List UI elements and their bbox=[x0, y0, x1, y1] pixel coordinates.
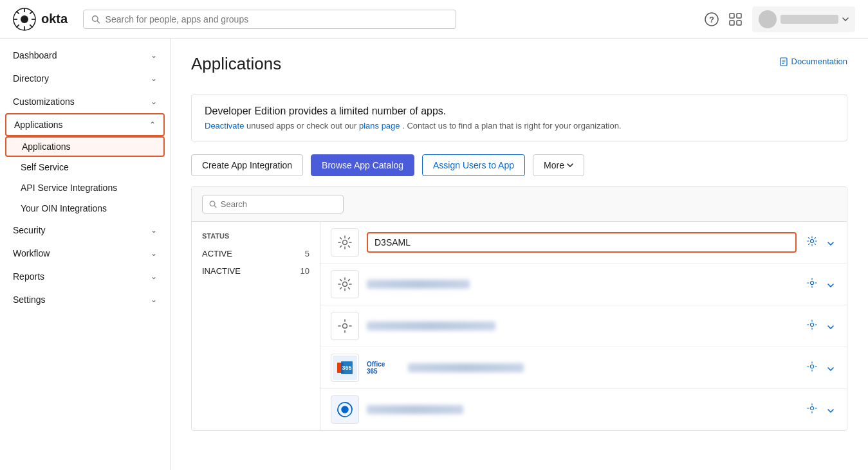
chevron-down-icon: ⌄ bbox=[151, 51, 157, 60]
svg-text:?: ? bbox=[709, 14, 714, 24]
svg-point-24 bbox=[343, 240, 347, 245]
svg-line-23 bbox=[214, 206, 216, 208]
table-search-input-wrapper[interactable] bbox=[202, 195, 344, 213]
sidebar-item-directory[interactable]: Directory ⌄ bbox=[0, 67, 170, 90]
status-panel: STATUS ACTIVE 5 INACTIVE 10 bbox=[192, 222, 320, 430]
user-menu[interactable] bbox=[752, 6, 855, 32]
table-row bbox=[320, 264, 847, 305]
app-icon-okta-circle bbox=[331, 395, 359, 424]
status-label: STATUS bbox=[202, 232, 309, 240]
app-name-blurred-5 bbox=[367, 405, 797, 414]
top-nav: okta ? bbox=[0, 0, 868, 39]
okta-logo-icon bbox=[13, 8, 36, 31]
sidebar-item-security[interactable]: Security ⌄ bbox=[0, 219, 170, 242]
user-name-label bbox=[780, 15, 838, 24]
app-row-actions bbox=[804, 359, 836, 377]
sidebar-item-workflow[interactable]: Workflow ⌄ bbox=[0, 242, 170, 265]
svg-line-7 bbox=[30, 11, 32, 14]
app-settings-button[interactable] bbox=[804, 275, 820, 293]
sidebar-subitem-api-service[interactable]: API Service Integrations bbox=[0, 177, 170, 198]
sidebar-item-dashboard[interactable]: Dashboard ⌄ bbox=[0, 44, 170, 67]
chevron-up-icon: ⌃ bbox=[149, 120, 156, 129]
sidebar: Dashboard ⌄ Directory ⌄ Customizations ⌄… bbox=[0, 39, 171, 470]
create-app-integration-button[interactable]: Create App Integration bbox=[191, 154, 303, 176]
main-content: Applications Documentation Developer Edi… bbox=[171, 39, 868, 470]
sidebar-item-applications[interactable]: Applications ⌃ bbox=[5, 113, 165, 136]
app-dropdown-button[interactable] bbox=[825, 234, 836, 251]
banner-text: Deactivate unused apps or check out our … bbox=[205, 121, 834, 131]
more-button[interactable]: More bbox=[533, 154, 584, 176]
svg-point-26 bbox=[343, 282, 347, 287]
documentation-icon bbox=[780, 57, 789, 66]
app-icon-gear bbox=[331, 228, 359, 257]
search-icon bbox=[209, 200, 217, 208]
app-row-actions bbox=[804, 401, 836, 419]
svg-rect-14 bbox=[730, 14, 734, 18]
sidebar-subitem-oin[interactable]: Your OIN Integrations bbox=[0, 198, 170, 219]
sidebar-subitem-applications[interactable]: Applications bbox=[5, 136, 165, 157]
svg-line-11 bbox=[97, 21, 99, 23]
browse-app-catalog-button[interactable]: Browse App Catalog bbox=[311, 154, 414, 176]
chevron-down-icon: ⌄ bbox=[151, 74, 157, 83]
svg-point-37 bbox=[810, 406, 813, 410]
svg-text:365: 365 bbox=[342, 365, 351, 371]
app-name-o365-label: Office 365 bbox=[367, 361, 395, 375]
avatar bbox=[759, 10, 777, 28]
svg-rect-15 bbox=[737, 14, 741, 18]
app-name-d3saml[interactable]: D3SAML bbox=[367, 232, 797, 253]
app-settings-button[interactable] bbox=[804, 317, 820, 335]
status-inactive-row[interactable]: INACTIVE 10 bbox=[202, 262, 309, 280]
app-settings-button[interactable] bbox=[804, 401, 820, 419]
documentation-link[interactable]: Documentation bbox=[780, 57, 847, 66]
table-row: D3SAML bbox=[320, 222, 847, 264]
chevron-down-icon: ⌄ bbox=[151, 97, 157, 106]
logo-text: okta bbox=[41, 12, 68, 26]
app-name-blurred-2 bbox=[367, 280, 797, 289]
global-search-bar[interactable] bbox=[83, 10, 456, 29]
apps-grid-button[interactable] bbox=[729, 13, 742, 26]
assign-users-button[interactable]: Assign Users to App bbox=[422, 154, 525, 176]
svg-line-8 bbox=[16, 24, 19, 27]
sidebar-item-customizations[interactable]: Customizations ⌄ bbox=[0, 90, 170, 113]
plans-page-link[interactable]: plans page bbox=[359, 121, 400, 131]
app-row-actions bbox=[804, 233, 836, 251]
app-dropdown-button[interactable] bbox=[825, 318, 836, 334]
table-row bbox=[320, 305, 847, 347]
banner-title: Developer Edition provides a limited num… bbox=[205, 105, 834, 117]
svg-rect-17 bbox=[737, 21, 741, 25]
main-layout: Dashboard ⌄ Directory ⌄ Customizations ⌄… bbox=[0, 39, 868, 470]
status-active-row[interactable]: ACTIVE 5 bbox=[202, 245, 309, 262]
chevron-down-icon bbox=[567, 163, 573, 167]
deactivate-link[interactable]: Deactivate bbox=[205, 121, 244, 131]
app-name-blurred-4 bbox=[408, 363, 797, 372]
app-dropdown-button[interactable] bbox=[825, 276, 836, 293]
help-button[interactable]: ? bbox=[705, 12, 719, 26]
nav-icons: ? bbox=[705, 6, 855, 32]
table-layout: STATUS ACTIVE 5 INACTIVE 10 bbox=[192, 222, 847, 430]
svg-point-9 bbox=[21, 15, 28, 23]
app-settings-button[interactable] bbox=[804, 233, 820, 251]
app-icon-gear bbox=[331, 270, 359, 298]
app-settings-button[interactable] bbox=[804, 359, 820, 377]
logo-area: okta bbox=[13, 8, 68, 31]
svg-point-28 bbox=[343, 324, 347, 329]
table-search-field[interactable] bbox=[221, 199, 337, 209]
sidebar-item-settings[interactable]: Settings ⌄ bbox=[0, 288, 170, 311]
developer-edition-banner: Developer Edition provides a limited num… bbox=[191, 95, 847, 141]
svg-point-27 bbox=[810, 281, 813, 284]
search-icon bbox=[91, 15, 100, 24]
chevron-down-icon: ⌄ bbox=[151, 295, 157, 304]
chevron-down-icon: ⌄ bbox=[151, 272, 157, 281]
sidebar-subitem-self-service[interactable]: Self Service bbox=[0, 157, 170, 177]
app-name-blurred-3 bbox=[367, 321, 797, 330]
app-row-actions bbox=[804, 317, 836, 335]
svg-point-25 bbox=[810, 239, 813, 242]
table-row: 365 Office 365 bbox=[320, 347, 847, 389]
chevron-down-icon: ⌄ bbox=[151, 249, 157, 258]
app-dropdown-button[interactable] bbox=[825, 359, 836, 376]
table-search-area bbox=[192, 187, 847, 222]
app-dropdown-button[interactable] bbox=[825, 401, 836, 418]
page-title: Applications bbox=[191, 54, 281, 74]
sidebar-item-reports[interactable]: Reports ⌄ bbox=[0, 265, 170, 288]
search-input[interactable] bbox=[106, 14, 448, 24]
